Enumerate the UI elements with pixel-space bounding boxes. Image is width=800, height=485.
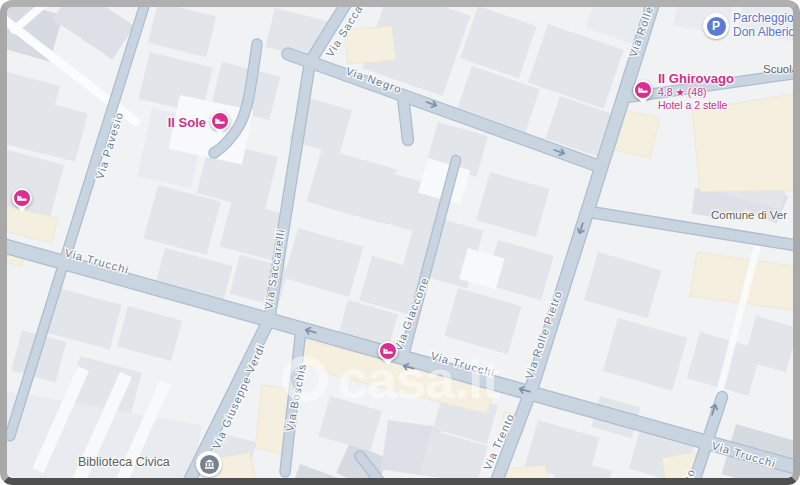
poi-comune-label[interactable]: Comune di Ver [711, 209, 787, 221]
library-icon[interactable] [196, 451, 222, 477]
poi-biblioteca-label[interactable]: Biblioteca Civica [78, 455, 170, 469]
poi-il-ghirovago-rating: 4.8 ★ (48) [658, 86, 734, 99]
bed-icon [215, 116, 225, 126]
poi-parcheggio-title: Parcheggio [733, 11, 800, 25]
poi-il-sole-label[interactable]: Il Sole [130, 115, 206, 130]
poi-il-ghirovago-title: Il Ghirovago [658, 71, 734, 86]
bed-icon [17, 193, 27, 203]
poi-scuola-label[interactable]: Scuola [763, 63, 798, 75]
lodging-pin-left-edge[interactable] [12, 188, 32, 208]
parking-icon-letter: P [707, 17, 726, 36]
map-viewport[interactable]: Via Pavesio Via Saccarelli Via Negro Via… [0, 0, 800, 485]
bed-icon [638, 85, 648, 95]
lodging-pin-center[interactable] [378, 341, 398, 361]
library-icon-glyph [200, 455, 219, 474]
bed-icon [383, 346, 393, 356]
poi-il-ghirovago-category: Hotel a 2 stelle [658, 99, 734, 112]
poi-parcheggio-label[interactable]: Parcheggio Don Alberione [733, 11, 800, 39]
parking-icon[interactable]: P [703, 13, 729, 39]
lodging-pin-il-ghirovago[interactable] [633, 80, 653, 100]
poi-parcheggio-subtitle: Don Alberione [733, 25, 800, 39]
poi-il-ghirovago[interactable]: Il Ghirovago 4.8 ★ (48) Hotel a 2 stelle [658, 71, 734, 112]
lodging-pin-il-sole[interactable] [210, 111, 230, 131]
